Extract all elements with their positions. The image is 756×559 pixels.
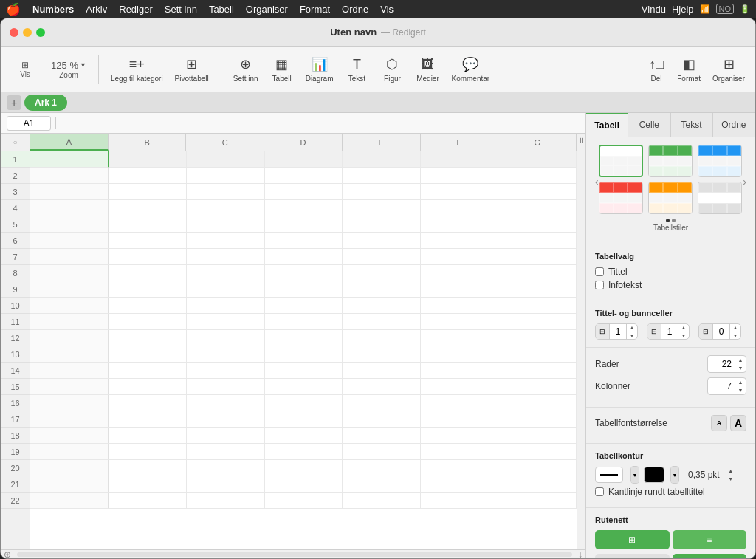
fullscreen-button[interactable] xyxy=(36,28,45,37)
cell[interactable] xyxy=(187,184,265,200)
close-button[interactable] xyxy=(10,28,18,37)
cell[interactable] xyxy=(343,395,421,411)
cell[interactable] xyxy=(343,493,421,509)
cell[interactable] xyxy=(30,476,109,493)
cell[interactable] xyxy=(109,379,188,395)
sheet-tab-1[interactable]: Ark 1 xyxy=(24,95,67,111)
cell[interactable] xyxy=(343,151,421,168)
menubar-vindu[interactable]: Vindu xyxy=(642,4,666,15)
menubar-app[interactable]: Numbers xyxy=(32,4,74,15)
cell[interactable] xyxy=(343,444,421,460)
cell[interactable] xyxy=(343,476,421,493)
cell[interactable] xyxy=(498,493,577,509)
outline-style-arrows[interactable]: ▼ xyxy=(631,467,639,483)
col-header-a[interactable]: A xyxy=(30,134,109,151)
cell[interactable] xyxy=(109,249,188,265)
cell[interactable] xyxy=(498,184,577,200)
menubar-rediger[interactable]: Rediger xyxy=(119,4,153,15)
font-size-decrease-button[interactable]: A xyxy=(711,415,727,431)
cell[interactable] xyxy=(343,428,421,444)
cell[interactable] xyxy=(265,476,343,493)
sett-inn-button[interactable]: ⊕ Sett inn xyxy=(229,52,263,86)
outline-color-button[interactable] xyxy=(644,467,664,483)
table-style-5[interactable] xyxy=(648,182,693,214)
cell[interactable] xyxy=(265,493,343,509)
cell[interactable] xyxy=(421,151,499,168)
cell[interactable] xyxy=(421,411,499,428)
cell[interactable] xyxy=(343,363,421,379)
row-header-11[interactable]: 11 xyxy=(1,314,30,330)
col-header-f[interactable]: F xyxy=(421,134,499,151)
cell[interactable] xyxy=(343,216,421,233)
cell[interactable] xyxy=(109,411,188,428)
pivottabell-button[interactable]: ⊞ Pivottabell xyxy=(171,52,213,86)
row-header-2[interactable]: 2 xyxy=(1,168,30,184)
outline-color-arrows[interactable]: ▼ xyxy=(671,467,678,483)
font-size-increase-button[interactable]: A xyxy=(730,415,746,431)
zoom-button[interactable]: 125 % ▼ Zoom xyxy=(47,60,91,79)
cell[interactable] xyxy=(343,346,421,363)
cell[interactable] xyxy=(30,395,109,411)
kolonner-input[interactable]: 7 ▲ ▼ xyxy=(707,377,746,395)
menubar-format[interactable]: Format xyxy=(300,4,330,15)
table-style-2[interactable] xyxy=(648,145,693,177)
cell[interactable] xyxy=(421,428,499,444)
table-style-1[interactable] xyxy=(599,145,643,177)
cell[interactable] xyxy=(265,346,343,363)
outline-style-picker[interactable]: ▼ xyxy=(630,466,639,484)
cell[interactable] xyxy=(109,184,188,200)
cell[interactable] xyxy=(30,298,109,314)
cell[interactable] xyxy=(421,265,499,281)
menubar-tabell[interactable]: Tabell xyxy=(209,4,234,15)
row-header-17[interactable]: 17 xyxy=(1,411,30,428)
cell[interactable] xyxy=(30,330,109,346)
rutenett-horiz-button[interactable]: ≡ xyxy=(673,530,747,549)
cell[interactable] xyxy=(265,298,343,314)
kantlinje-checkbox[interactable] xyxy=(595,487,604,496)
medier-button[interactable]: 🖼 Medier xyxy=(411,52,444,86)
cell[interactable] xyxy=(187,379,265,395)
cell[interactable] xyxy=(265,460,343,476)
row-header-13[interactable]: 13 xyxy=(1,346,30,363)
format-button[interactable]: ◧ Format xyxy=(673,52,705,86)
cell[interactable] xyxy=(498,460,577,476)
cell[interactable] xyxy=(109,216,188,233)
cell[interactable] xyxy=(265,265,343,281)
cell[interactable] xyxy=(498,428,577,444)
menubar-vis[interactable]: Vis xyxy=(380,4,394,15)
cell[interactable] xyxy=(498,281,577,298)
row-header-14[interactable]: 14 xyxy=(1,363,30,379)
cell[interactable] xyxy=(187,346,265,363)
cell[interactable] xyxy=(187,411,265,428)
formula-name-box[interactable]: A1 xyxy=(7,116,51,131)
add-sheet-button[interactable]: + xyxy=(7,95,21,110)
rutenett-all-button[interactable]: ⊞ xyxy=(673,554,747,558)
cell[interactable] xyxy=(109,298,188,314)
cell[interactable] xyxy=(265,233,343,249)
cell[interactable] xyxy=(187,460,265,476)
scroll-indicator-right[interactable] xyxy=(577,151,585,549)
cell[interactable] xyxy=(343,168,421,184)
row-header-9[interactable]: 9 xyxy=(1,281,30,298)
cell[interactable] xyxy=(109,493,188,509)
cell[interactable] xyxy=(30,168,109,184)
cell[interactable] xyxy=(265,151,343,168)
cell[interactable] xyxy=(109,330,188,346)
cell[interactable] xyxy=(30,233,109,249)
cell[interactable] xyxy=(343,460,421,476)
kommentar-button[interactable]: 💬 Kommentar xyxy=(447,52,494,86)
cell[interactable] xyxy=(30,184,109,200)
cell[interactable] xyxy=(30,314,109,330)
cell[interactable] xyxy=(498,298,577,314)
cell[interactable] xyxy=(421,314,499,330)
row-header-10[interactable]: 10 xyxy=(1,298,30,314)
tekst-button[interactable]: T Tekst xyxy=(340,52,373,86)
cell[interactable] xyxy=(265,363,343,379)
cell[interactable] xyxy=(265,411,343,428)
cell[interactable] xyxy=(30,265,109,281)
cell[interactable] xyxy=(343,200,421,216)
row-header-16[interactable]: 16 xyxy=(1,395,30,411)
cell[interactable] xyxy=(187,444,265,460)
row-header-22[interactable]: 22 xyxy=(1,493,30,509)
cell[interactable] xyxy=(109,151,188,168)
